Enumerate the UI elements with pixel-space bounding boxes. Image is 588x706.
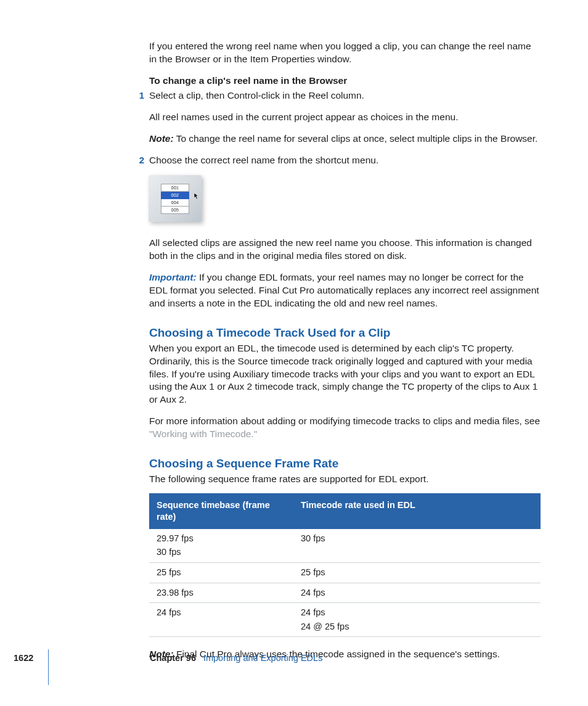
document-page: If you entered the wrong reel name when …	[0, 0, 588, 706]
procedure-heading: To change a clip's reel name in the Brow…	[149, 75, 541, 88]
important-label: Important:	[149, 272, 197, 282]
step-number-1: 1	[133, 89, 144, 102]
table-head-col1: Sequence timebase (frame rate)	[149, 493, 293, 529]
page-number: 1622	[14, 653, 33, 663]
intro-paragraph: If you entered the wrong reel name when …	[149, 40, 541, 66]
cell-c2b: 24 @ 25 fps	[301, 621, 533, 633]
step-2-text: Choose the correct reel name from the sh…	[149, 155, 378, 165]
table-row: 29.97 fps 30 fps 30 fps	[149, 529, 541, 563]
menu-item-002-selected: 002	[161, 192, 189, 199]
section-heading-timecode: Choosing a Timecode Track Used for a Cli…	[149, 325, 541, 341]
section-heading-frame-rate: Choosing a Sequence Frame Rate	[149, 456, 541, 472]
table-row: 23.98 fps 24 fps	[149, 583, 541, 603]
reel-menu-figure: 001 002 004 005	[149, 175, 202, 222]
section1-para2: For more information about adding or mod…	[149, 415, 541, 441]
section2-intro: The following sequence frame rates are s…	[149, 473, 541, 486]
step-number-2: 2	[133, 154, 144, 166]
after-menu-paragraph: All selected clips are assigned the new …	[149, 237, 541, 263]
crossref-working-with-timecode: "Working with Timecode."	[149, 429, 257, 439]
frame-rate-table: Sequence timebase (frame rate) Timecode …	[149, 493, 541, 638]
footer-divider	[48, 649, 49, 685]
step-1-follow1: All reel names used in the current proje…	[149, 111, 541, 124]
cell-c2a: 30 fps	[301, 533, 325, 543]
cell-c1a: 29.97 fps	[157, 533, 194, 543]
table-head-col2: Timecode rate used in EDL	[293, 493, 541, 529]
important-text: If you change EDL formats, your reel nam…	[149, 272, 539, 308]
menu-item-005: 005	[161, 207, 189, 214]
step-2: 2 Choose the correct reel name from the …	[149, 154, 541, 167]
section1-para1: When you export an EDL, the timecode use…	[149, 342, 541, 407]
table-header-row: Sequence timebase (frame rate) Timecode …	[149, 493, 541, 529]
chapter-title: Importing and Exporting EDLs	[203, 653, 322, 663]
section1-para2a: For more information about adding or mod…	[149, 416, 540, 426]
chapter-number: Chapter 96	[150, 653, 196, 663]
menu-item-002-label: 002	[171, 193, 179, 197]
table-row: 25 fps 25 fps	[149, 562, 541, 583]
cell-c2a: 24 fps	[301, 588, 325, 597]
table-row: 24 fps 24 fps 24 @ 25 fps	[149, 603, 541, 637]
cell-c1b: 30 fps	[157, 546, 286, 559]
important-paragraph: Important: If you change EDL formats, yo…	[149, 271, 541, 310]
cell-c1a: 25 fps	[157, 567, 181, 577]
main-content: If you entered the wrong reel name when …	[149, 40, 541, 661]
step-1-note-text: To change the reel name for several clip…	[174, 133, 538, 144]
menu-item-001: 001	[161, 184, 189, 192]
note-label: Note:	[149, 133, 174, 144]
cell-c2a: 25 fps	[301, 567, 325, 577]
cell-c1a: 24 fps	[157, 607, 181, 617]
menu-item-004: 004	[161, 199, 189, 207]
step-1-text: Select a clip, then Control-click in the…	[149, 90, 364, 101]
cell-c1a: 23.98 fps	[157, 588, 194, 597]
reel-menu: 001 002 004 005	[161, 184, 189, 214]
page-footer: 1622 Chapter 96Importing and Exporting E…	[0, 653, 588, 678]
cell-c2a: 24 fps	[301, 607, 325, 617]
step-1: 1 Select a clip, then Control-click in t…	[149, 89, 541, 146]
chapter-label: Chapter 96Importing and Exporting EDLs	[150, 653, 322, 663]
